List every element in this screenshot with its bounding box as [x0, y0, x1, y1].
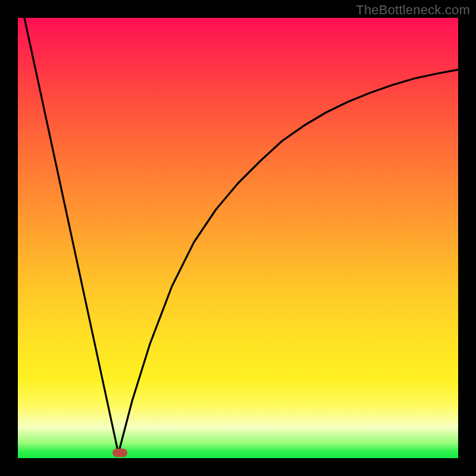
- watermark-text: TheBottleneck.com: [356, 2, 470, 18]
- plot-area: [18, 18, 458, 458]
- trough-marker: [112, 449, 127, 457]
- curve-layer: [18, 18, 458, 458]
- curve-left-branch: [24, 18, 118, 453]
- chart-frame: TheBottleneck.com: [0, 0, 476, 476]
- curve-right-branch: [118, 70, 458, 453]
